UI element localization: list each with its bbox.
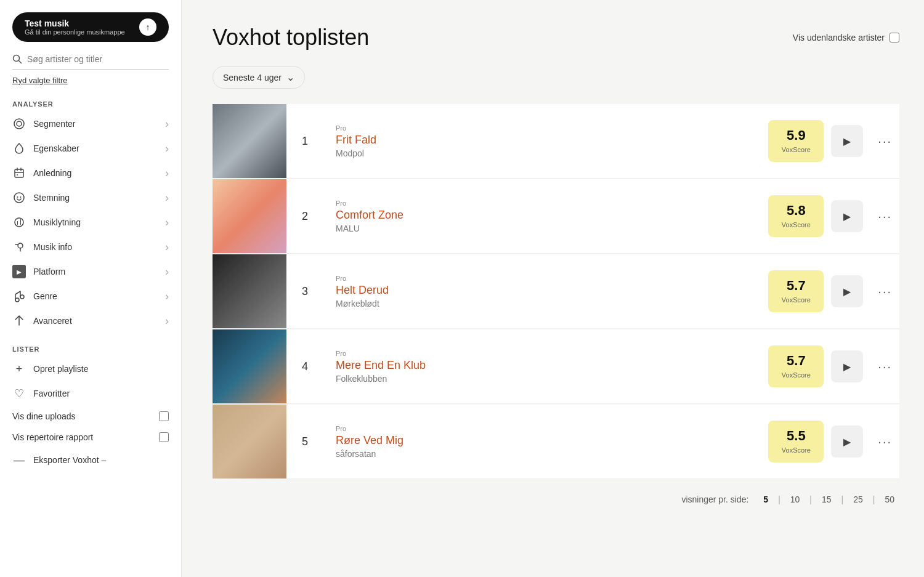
dropdown-chevron-icon: ⌄ <box>286 71 294 83</box>
more-button[interactable]: ··· <box>870 280 899 304</box>
track-score: 5.7 VoxScore <box>768 345 824 387</box>
foreign-artists-checkbox[interactable] <box>890 33 899 42</box>
track-row[interactable]: 4 Pro Mere End En Klub Folkeklubben 5.7 … <box>213 329 899 404</box>
foreign-artists-option: Vis udenlandske artister <box>793 33 899 42</box>
favoritter-item[interactable]: ♡ Favoritter <box>0 381 181 406</box>
favoritter-label: Favoritter <box>33 389 70 398</box>
score-value: 5.7 <box>779 353 813 369</box>
more-button[interactable]: ··· <box>870 355 899 379</box>
sidebar-brand: Test musik Gå til din personlige musikma… <box>12 12 169 42</box>
track-artist: Mørkeblødt <box>336 299 756 309</box>
vis-uploads-checkbox[interactable] <box>159 411 169 421</box>
play-button[interactable]: ▶ <box>831 426 863 458</box>
platform-icon-box: ▶ <box>12 265 26 278</box>
chevron-icon-musikinfo <box>165 241 169 254</box>
sidebar-item-stemning[interactable]: Stemning <box>0 185 181 210</box>
pagination-item-5[interactable]: 5 <box>758 492 773 507</box>
arrow-up-icon: ↑ <box>146 22 150 32</box>
track-badge: Pro <box>336 124 756 132</box>
svg-line-1 <box>19 61 22 63</box>
track-artist: såforsatan <box>336 449 756 459</box>
sidebar-item-segmenter[interactable]: Segmenter <box>0 111 181 136</box>
score-label: VoxScore <box>782 221 811 228</box>
sidebar-item-label-avanceret: Avanceret <box>33 316 158 326</box>
sidebar-item-egenskaber[interactable]: Egenskaber <box>0 136 181 161</box>
svg-point-3 <box>17 121 22 126</box>
pagination-item-50[interactable]: 50 <box>880 492 899 507</box>
search-icon <box>12 54 22 64</box>
play-button[interactable]: ▶ <box>831 125 863 157</box>
more-dots-icon: ··· <box>878 360 892 373</box>
filter-dropdown[interactable]: Seneste 4 uger ⌄ <box>213 66 305 89</box>
track-badge: Pro <box>336 275 756 282</box>
sidebar-item-musiklytning[interactable]: Musiklytning <box>0 210 181 235</box>
brand-button[interactable]: Test musik Gå til din personlige musikma… <box>12 12 169 42</box>
play-button[interactable]: ▶ <box>831 200 863 232</box>
vis-uploads-label: Vis dine uploads <box>12 411 75 421</box>
anledning-icon <box>12 166 26 180</box>
opret-playliste-label: Opret playliste <box>33 364 88 374</box>
track-artist: Folkeklubben <box>336 374 756 384</box>
clear-filters-link[interactable]: Ryd valgte filtre <box>12 76 169 85</box>
vis-uploads-option[interactable]: Vis dine uploads <box>0 406 181 427</box>
brand-subtitle: Gå til din personlige musikmappe <box>25 28 125 36</box>
track-title: Røre Ved Mig <box>336 434 756 447</box>
play-icon: ▶ <box>843 436 851 448</box>
brand-text: Test musik Gå til din personlige musikma… <box>25 18 125 36</box>
chevron-icon-avanceret <box>165 315 169 328</box>
sidebar-item-platform[interactable]: ▶ Platform <box>0 259 181 284</box>
chevron-icon-egenskaber <box>165 142 169 155</box>
vis-repertoire-option[interactable]: Vis repertoire rapport <box>0 427 181 448</box>
svg-point-14 <box>15 298 19 302</box>
pagination-item-10[interactable]: 10 <box>785 492 805 507</box>
track-row[interactable]: 3 Pro Helt Derud Mørkeblødt 5.7 VoxScore… <box>213 254 899 329</box>
svg-point-11 <box>20 196 22 198</box>
pagination: visninger pr. side: 5 | 10 | 15 | 25 | 5… <box>213 492 899 507</box>
sidebar-item-musikinfo[interactable]: Musik info <box>0 235 181 259</box>
track-title: Comfort Zone <box>336 209 756 222</box>
sidebar-item-anledning[interactable]: Anledning <box>0 161 181 185</box>
pagination-item-15[interactable]: 15 <box>817 492 837 507</box>
track-row[interactable]: 5 Pro Røre Ved Mig såforsatan 5.5 VoxSco… <box>213 405 899 479</box>
svg-point-15 <box>20 295 24 299</box>
egenskaber-icon <box>12 142 26 155</box>
track-score: 5.8 VoxScore <box>768 195 824 237</box>
chevron-icon-segmenter <box>165 118 169 131</box>
svg-point-9 <box>14 193 24 203</box>
play-icon: ▶ <box>843 361 851 373</box>
track-rank: 5 <box>293 435 317 448</box>
sidebar-item-avanceret[interactable]: Avanceret <box>0 309 181 333</box>
track-row[interactable]: 2 Pro Comfort Zone MALU 5.8 VoxScore ▶ ·… <box>213 179 899 254</box>
pagination-item-25[interactable]: 25 <box>848 492 868 507</box>
brand-title: Test musik <box>25 18 125 28</box>
sidebar-item-label-stemning: Stemning <box>33 193 158 203</box>
track-title: Helt Derud <box>336 284 756 297</box>
vis-repertoire-checkbox[interactable] <box>159 432 169 442</box>
main-content: Voxhot toplisten Vis udenlandske artiste… <box>182 0 924 577</box>
more-button[interactable]: ··· <box>870 430 899 454</box>
chevron-icon-musiklytning <box>165 216 169 229</box>
svg-point-13 <box>18 243 23 248</box>
page-title: Voxhot toplisten <box>213 25 369 50</box>
segmenter-icon <box>12 117 26 131</box>
brand-arrow-icon: ↑ <box>139 18 156 36</box>
chevron-icon-genre <box>165 290 169 303</box>
more-button[interactable]: ··· <box>870 129 899 153</box>
sidebar-item-label-platform: Platform <box>33 267 158 276</box>
svg-point-12 <box>15 218 23 227</box>
sidebar-item-label-musiklytning: Musiklytning <box>33 217 158 227</box>
sidebar-item-genre[interactable]: Genre <box>0 284 181 309</box>
play-icon: ▶ <box>843 286 851 297</box>
play-button[interactable]: ▶ <box>831 275 863 307</box>
opret-playliste-item[interactable]: + Opret playliste <box>0 357 181 381</box>
track-thumbnail <box>213 405 286 478</box>
track-info: Pro Mere End En Klub Folkeklubben <box>323 350 768 384</box>
export-item[interactable]: — Eksporter Voxhot – <box>0 448 181 472</box>
foreign-artists-label: Vis udenlandske artister <box>793 33 885 42</box>
more-dots-icon: ··· <box>878 284 892 298</box>
track-row[interactable]: 1 Pro Frit Fald Modpol 5.9 VoxScore ▶ ··… <box>213 104 899 179</box>
more-button[interactable]: ··· <box>870 204 899 228</box>
search-input[interactable] <box>27 54 169 64</box>
play-button[interactable]: ▶ <box>831 350 863 382</box>
analyser-section-label: ANALYSER <box>0 94 181 111</box>
